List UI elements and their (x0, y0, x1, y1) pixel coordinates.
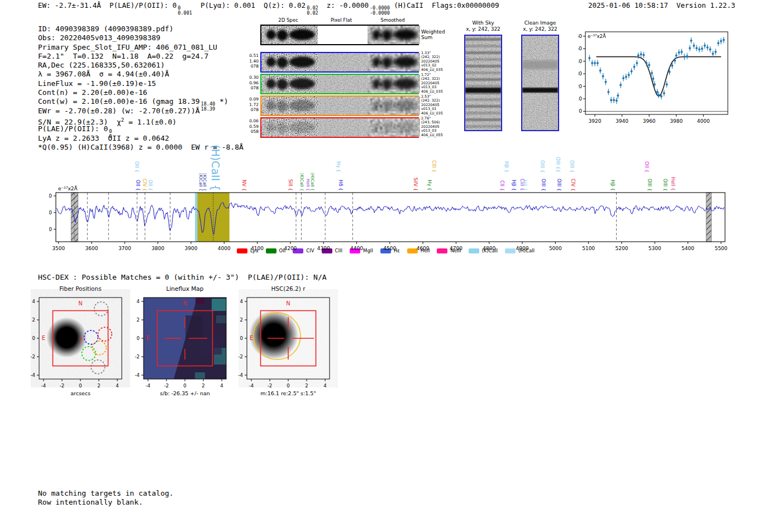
svg-text:s/b: -26.35 +/- nan: s/b: -26.35 +/- nan (160, 390, 210, 396)
svg-text:Lineflux Map: Lineflux Map (166, 285, 204, 292)
elixer-detection-report: EW: -2.7±-31.4Å P(LAE)/P(OII): 000.001 P… (0, 0, 782, 532)
svg-text:4600: 4600 (417, 246, 430, 251)
svg-text:4300: 4300 (317, 246, 330, 251)
svg-text:10: 10 (578, 96, 582, 102)
svg-text:-2: -2 (135, 354, 140, 360)
line-label: OII { (644, 161, 650, 172)
svg-text:E: E (250, 335, 253, 341)
svg-text:5400: 5400 (681, 246, 694, 251)
cutout-hsc-26-2-r: HSC(26.2) rNE-4-4-2-2002244m:16.1 re:2.5… (236, 282, 342, 400)
svg-text:4: 4 (323, 383, 326, 389)
svg-text:0: 0 (287, 383, 289, 389)
svg-text:3900: 3900 (185, 246, 198, 251)
svg-text:3600: 3600 (85, 246, 98, 251)
svg-text:N: N (183, 300, 187, 306)
svg-text:5200: 5200 (616, 246, 628, 251)
line-label: Hγ { (336, 161, 341, 172)
svg-text:2: 2 (32, 317, 35, 323)
svg-text:-4: -4 (31, 372, 35, 378)
svg-text:Fiber Positions: Fiber Positions (59, 285, 101, 292)
svg-text:3700: 3700 (118, 246, 131, 251)
svg-text:3920: 3920 (589, 118, 602, 124)
svg-text:60: 60 (49, 193, 52, 199)
svg-text:2: 2 (305, 383, 308, 389)
line-label: OII { (134, 161, 140, 172)
svg-text:-2: -2 (164, 383, 169, 389)
svg-text:-4: -4 (249, 383, 254, 389)
svg-text:N: N (286, 300, 290, 306)
svg-text:40: 40 (578, 59, 582, 64)
svg-text:4: 4 (116, 383, 118, 389)
svg-text:50: 50 (578, 46, 582, 51)
svg-text:HSC(26.2) r: HSC(26.2) r (271, 285, 306, 292)
svg-text:20: 20 (49, 227, 52, 232)
svg-text:4900: 4900 (516, 246, 529, 251)
cutout-fiber-positions: Fiber Positions+NE-4-4-2-2002244arcsecs (28, 282, 134, 400)
line-label: Hβ { (504, 161, 509, 172)
line-fit-plot: 392039403960398040000102030405060e⁻¹⁷x2Å (578, 25, 740, 129)
svg-text:3500: 3500 (52, 246, 65, 251)
svg-text:0: 0 (32, 336, 35, 341)
svg-text:4500: 4500 (383, 246, 396, 251)
hsc-match-summary: HSC-DEX : Possible Matches = 0 (within +… (38, 273, 327, 281)
line-label: OIII {{ (555, 157, 561, 172)
line-label: OIII { (540, 160, 545, 172)
svg-text:-2: -2 (60, 383, 64, 389)
svg-text:4100: 4100 (251, 246, 264, 251)
svg-text:5300: 5300 (649, 246, 661, 251)
svg-text:4: 4 (32, 299, 35, 304)
svg-text:-2: -2 (239, 354, 243, 360)
svg-text:2: 2 (97, 383, 100, 389)
svg-text:4000: 4000 (218, 246, 231, 251)
svg-text:20: 20 (578, 84, 582, 89)
svg-text:0: 0 (579, 108, 582, 114)
svg-text:e⁻¹⁷x2Å: e⁻¹⁷x2Å (58, 185, 78, 191)
svg-text:5100: 5100 (582, 246, 595, 251)
svg-text:-2: -2 (31, 354, 35, 360)
svg-text:5500: 5500 (714, 246, 727, 251)
svg-text:-2: -2 (268, 383, 272, 389)
svg-text:E: E (146, 335, 150, 341)
svg-text:4: 4 (220, 383, 223, 389)
footer-line-1: No matching targets in catalog. (38, 489, 174, 497)
svg-text:N: N (78, 300, 82, 306)
line-label: OIII { (569, 160, 575, 172)
svg-text:-4: -4 (135, 372, 140, 378)
svg-text:2: 2 (137, 317, 140, 323)
full-spectrum-plot: 3500360037003800390040004100420043004400… (49, 184, 733, 253)
line-label: CIII { (431, 160, 437, 172)
svg-text:2: 2 (202, 383, 204, 389)
svg-text:+: + (78, 335, 83, 342)
svg-text:3940: 3940 (616, 118, 628, 124)
svg-text:5000: 5000 (549, 246, 562, 251)
svg-text:E: E (42, 335, 45, 341)
svg-text:e⁻¹⁷x2Å: e⁻¹⁷x2Å (588, 33, 606, 39)
svg-text:3800: 3800 (151, 246, 164, 251)
cutout-lineflux-map: Lineflux MapNE-4-4-2-2002244s/b: -26.35 … (132, 282, 239, 400)
svg-text:0: 0 (137, 336, 140, 341)
svg-text:4: 4 (240, 299, 243, 304)
svg-text:3960: 3960 (643, 118, 656, 124)
svg-text:2: 2 (240, 317, 243, 323)
svg-text:arcsecs: arcsecs (70, 390, 90, 396)
svg-text:-4: -4 (41, 383, 46, 389)
svg-text:4400: 4400 (350, 246, 363, 251)
svg-text:m:16.1 re:2.5" s:1.5": m:16.1 re:2.5" s:1.5" (260, 390, 316, 396)
svg-text:4200: 4200 (284, 246, 297, 251)
svg-text:0: 0 (240, 336, 243, 341)
svg-text:40: 40 (49, 210, 52, 215)
svg-text:-4: -4 (146, 383, 150, 389)
svg-text:0: 0 (183, 383, 186, 389)
svg-text:-4: -4 (239, 372, 243, 378)
svg-text:30: 30 (578, 71, 582, 76)
svg-text:3980: 3980 (670, 118, 683, 124)
footer-line-2: Row intentionally blank. (38, 498, 143, 506)
svg-text:4700: 4700 (450, 246, 462, 251)
svg-text:0: 0 (79, 383, 82, 389)
svg-text:4: 4 (137, 299, 140, 304)
svg-text:4800: 4800 (483, 246, 495, 251)
svg-text:60: 60 (578, 33, 582, 39)
svg-text:4000: 4000 (697, 118, 710, 124)
